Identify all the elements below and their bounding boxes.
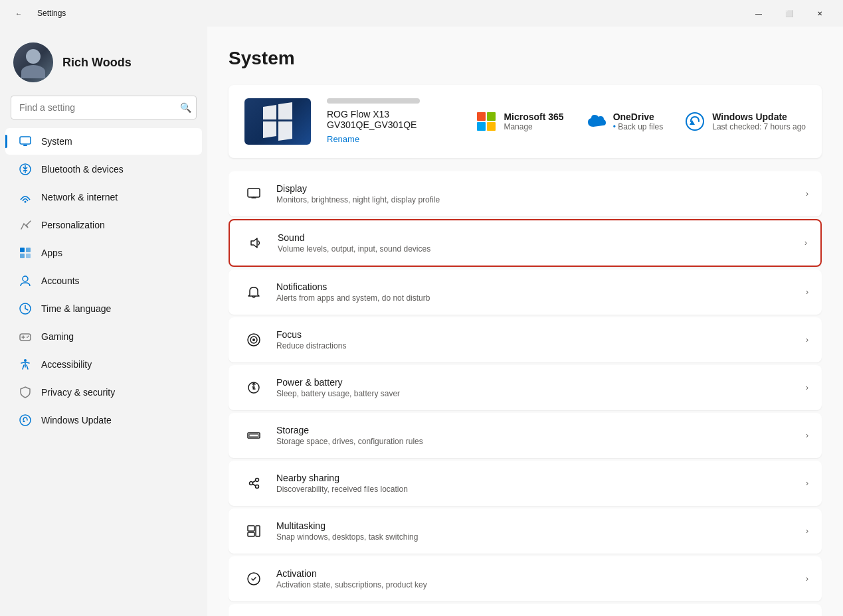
powerbattery-icon bbox=[242, 376, 266, 400]
device-name-bar bbox=[327, 98, 420, 104]
search-button[interactable]: 🔍 bbox=[180, 102, 191, 113]
sidebar-item-personalization[interactable]: Personalization bbox=[5, 212, 202, 238]
device-services: Microsoft 365 Manage OneDrive Back up fi… bbox=[476, 111, 806, 132]
svg-point-12 bbox=[28, 336, 29, 337]
search-box: 🔍 bbox=[11, 96, 197, 119]
nearbysharing-title: Nearby sharing bbox=[276, 473, 798, 483]
onedrive-text: OneDrive Back up files bbox=[613, 112, 664, 131]
close-button[interactable]: ✕ bbox=[804, 3, 835, 24]
sidebar-label-system: System bbox=[41, 136, 72, 147]
focus-title: Focus bbox=[276, 329, 798, 340]
storage-icon bbox=[242, 424, 266, 447]
svg-point-13 bbox=[24, 359, 27, 362]
sidebar-item-system[interactable]: System bbox=[5, 128, 202, 155]
windowsupdate-text: Windows Update Last checked: 7 hours ago bbox=[712, 112, 806, 131]
settings-item-sound[interactable]: Sound Volume levels, output, input, soun… bbox=[229, 219, 822, 267]
gaming-icon bbox=[19, 330, 32, 343]
sidebar-item-update[interactable]: Windows Update bbox=[5, 407, 202, 433]
minimize-button[interactable]: — bbox=[743, 3, 774, 24]
svg-point-23 bbox=[250, 482, 253, 485]
svg-rect-21 bbox=[248, 433, 260, 438]
svg-rect-27 bbox=[248, 532, 254, 536]
ms365-grid bbox=[477, 112, 496, 131]
settings-item-troubleshoot[interactable]: Troubleshoot Recommended troubleshooters… bbox=[229, 604, 822, 616]
ms365-cell-yellow bbox=[487, 122, 496, 131]
microsoft365-name: Microsoft 365 bbox=[504, 112, 563, 122]
main-content: System bbox=[207, 27, 843, 616]
nearbysharing-icon bbox=[242, 471, 266, 495]
notifications-chevron: › bbox=[806, 287, 808, 297]
notifications-icon bbox=[242, 280, 266, 304]
sidebar-item-privacy[interactable]: Privacy & security bbox=[5, 379, 202, 406]
settings-item-nearbysharing[interactable]: Nearby sharing Discoverability, received… bbox=[229, 461, 822, 506]
microsoft365-sub: Manage bbox=[504, 122, 563, 131]
accounts-icon bbox=[19, 274, 32, 287]
svg-rect-5 bbox=[26, 248, 31, 252]
notifications-desc: Alerts from apps and system, do not dist… bbox=[276, 293, 798, 303]
storage-title: Storage bbox=[276, 425, 798, 435]
display-chevron: › bbox=[806, 189, 808, 198]
sidebar-item-time[interactable]: Time & language bbox=[5, 295, 202, 322]
window-controls: — ⬜ ✕ bbox=[743, 3, 835, 24]
ms365-cell-green bbox=[487, 112, 496, 121]
settings-item-activation[interactable]: Activation Activation state, subscriptio… bbox=[229, 556, 822, 601]
page-title: System bbox=[229, 48, 822, 69]
settings-item-display[interactable]: Display Monitors, brightness, night ligh… bbox=[229, 171, 822, 216]
service-microsoft365: Microsoft 365 Manage bbox=[476, 111, 563, 132]
search-input[interactable] bbox=[11, 96, 197, 119]
sidebar-label-network: Network & internet bbox=[41, 192, 118, 202]
sidebar-label-bluetooth: Bluetooth & devices bbox=[41, 164, 124, 175]
windowsupdate-icon bbox=[684, 111, 705, 132]
maximize-button[interactable]: ⬜ bbox=[774, 3, 804, 24]
title-bar-left: ← Settings bbox=[8, 3, 66, 24]
focus-text: Focus Reduce distractions bbox=[276, 329, 798, 350]
onedrive-name: OneDrive bbox=[613, 112, 664, 122]
svg-rect-6 bbox=[20, 254, 25, 258]
activation-icon bbox=[242, 567, 266, 591]
user-name: Rich Woods bbox=[62, 56, 132, 70]
ms365-cell-blue bbox=[477, 122, 486, 131]
svg-rect-7 bbox=[26, 254, 31, 258]
sound-title: Sound bbox=[278, 232, 796, 243]
service-onedrive: OneDrive Back up files bbox=[585, 111, 664, 132]
settings-item-notifications[interactable]: Notifications Alerts from apps and syste… bbox=[229, 270, 822, 315]
svg-point-14 bbox=[20, 415, 31, 425]
sidebar-item-network[interactable]: Network & internet bbox=[5, 184, 202, 210]
powerbattery-desc: Sleep, battery usage, battery saver bbox=[276, 389, 798, 398]
sidebar: Rich Woods 🔍 System Bluetoot bbox=[0, 27, 207, 616]
onedrive-icon bbox=[585, 111, 607, 132]
microsoft365-text: Microsoft 365 Manage bbox=[504, 112, 563, 131]
back-button[interactable]: ← bbox=[8, 3, 29, 24]
sidebar-item-gaming[interactable]: Gaming bbox=[5, 323, 202, 350]
svg-rect-22 bbox=[249, 434, 258, 437]
avatar-image bbox=[13, 42, 53, 82]
privacy-icon bbox=[19, 386, 32, 399]
accessibility-icon bbox=[19, 358, 32, 371]
sound-text: Sound Volume levels, output, input, soun… bbox=[278, 232, 796, 254]
update-icon bbox=[19, 414, 32, 427]
sidebar-item-apps[interactable]: Apps bbox=[5, 240, 202, 266]
app-title: Settings bbox=[37, 9, 66, 18]
sound-desc: Volume levels, output, input, sound devi… bbox=[278, 244, 796, 254]
sidebar-item-accounts[interactable]: Accounts bbox=[5, 268, 202, 294]
settings-item-multitasking[interactable]: Multitasking Snap windows, desktops, tas… bbox=[229, 508, 822, 554]
sidebar-item-bluetooth[interactable]: Bluetooth & devices bbox=[5, 156, 202, 183]
powerbattery-text: Power & battery Sleep, battery usage, ba… bbox=[276, 377, 798, 398]
storage-chevron: › bbox=[806, 431, 808, 440]
sidebar-label-accessibility: Accessibility bbox=[41, 359, 92, 370]
rename-link[interactable]: Rename bbox=[327, 134, 359, 144]
settings-item-storage[interactable]: Storage Storage space, drives, configura… bbox=[229, 413, 822, 458]
service-windowsupdate: Windows Update Last checked: 7 hours ago bbox=[684, 111, 806, 132]
settings-item-focus[interactable]: Focus Reduce distractions › bbox=[229, 317, 822, 362]
settings-item-powerbattery[interactable]: Power & battery Sleep, battery usage, ba… bbox=[229, 365, 822, 410]
title-bar: ← Settings — ⬜ ✕ bbox=[0, 0, 843, 27]
focus-icon bbox=[242, 328, 266, 352]
sidebar-item-accessibility[interactable]: Accessibility bbox=[5, 351, 202, 378]
svg-point-8 bbox=[23, 276, 28, 281]
sidebar-label-update: Windows Update bbox=[41, 415, 112, 425]
multitasking-icon bbox=[242, 519, 266, 543]
multitasking-chevron: › bbox=[806, 526, 808, 536]
notifications-text: Notifications Alerts from apps and syste… bbox=[276, 281, 798, 303]
windowsupdate-sub: Last checked: 7 hours ago bbox=[712, 122, 806, 131]
sidebar-label-gaming: Gaming bbox=[41, 331, 74, 342]
